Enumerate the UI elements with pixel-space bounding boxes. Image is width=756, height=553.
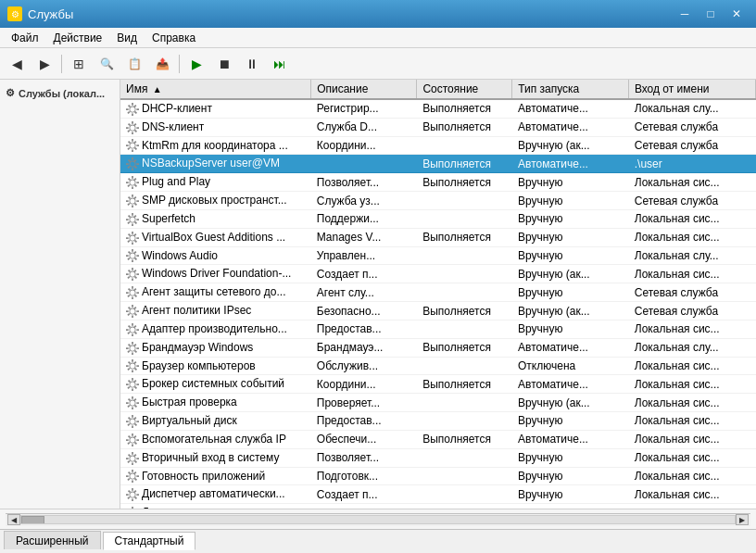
col-login[interactable]: Вход от имени xyxy=(628,80,755,99)
service-icon xyxy=(126,378,139,391)
service-login-cell: Локальная слу... xyxy=(629,100,756,118)
table-row[interactable]: VirtualBox Guest Additions ...Manages V.… xyxy=(120,228,756,246)
service-desc-cell: Проверяет... xyxy=(311,394,417,412)
col-status[interactable]: Состояние xyxy=(417,80,512,99)
service-name-cell: Быстрая проверка xyxy=(120,394,311,412)
tab-standard[interactable]: Стандартный xyxy=(103,532,196,550)
service-startup-cell: Автоматиче... xyxy=(512,100,629,118)
sort-arrow: ▲ xyxy=(153,84,162,94)
table-row[interactable]: Брокер системных событийКоордини...Выпол… xyxy=(120,375,756,394)
scroll-right-arrow[interactable]: ▶ xyxy=(736,514,749,525)
start-service-button[interactable]: ▶ xyxy=(183,52,209,76)
service-startup-cell: Вручную xyxy=(512,412,629,431)
service-name-text: NSBackupServer user@VM xyxy=(142,157,280,170)
service-desc-cell: Предостав... xyxy=(311,320,417,338)
service-desc-cell: Manages V... xyxy=(311,228,417,246)
view-button[interactable]: ⊞ xyxy=(66,52,92,76)
service-name-text: Вторичный вход в систему xyxy=(142,451,279,464)
service-startup-cell: Отключена xyxy=(512,357,629,375)
table-row[interactable]: Диспетчер локальных сеа...Основная ...Вы… xyxy=(120,504,756,509)
table-row[interactable]: Агент политики IPsecБезопасно...Выполняе… xyxy=(120,302,756,320)
left-panel-title: ⚙ Службы (локал... xyxy=(4,83,116,103)
service-login-cell: Локальная сис... xyxy=(629,467,756,485)
back-button[interactable]: ◀ xyxy=(4,52,30,76)
service-name-text: Брокер системных событий xyxy=(142,377,284,390)
service-name-cell: Агент защиты сетевого до... xyxy=(120,283,311,302)
table-row[interactable]: Вспомогательная служба IPОбеспечи...Выпо… xyxy=(120,430,756,448)
table-row[interactable]: Plug and PlayПозволяет...ВыполняетсяВруч… xyxy=(120,173,756,192)
table-row[interactable]: SMP дисковых пространст...Служба уз...Вр… xyxy=(120,192,756,210)
menu-help[interactable]: Справка xyxy=(145,28,203,47)
minimize-button[interactable]: ─ xyxy=(673,5,697,23)
scroll-left-arrow[interactable]: ◀ xyxy=(7,514,20,525)
service-name-cell: DHCP-клиент xyxy=(120,100,311,118)
forward-button[interactable]: ▶ xyxy=(32,52,57,76)
menu-action[interactable]: Действие xyxy=(46,28,110,47)
table-row[interactable]: KtmRm для координатора ...Координи...Вру… xyxy=(120,136,756,155)
services-scroll[interactable]: DHCP-клиентРегистрир...ВыполняетсяАвтома… xyxy=(120,100,756,509)
service-name-cell: Superfetch xyxy=(120,209,311,228)
col-desc[interactable]: Описание xyxy=(311,80,417,99)
service-desc-cell: Обеспечи... xyxy=(311,430,417,448)
service-login-cell: Локальная сис... xyxy=(629,430,756,448)
service-icon xyxy=(126,121,139,134)
service-desc-cell: Обслужив... xyxy=(311,357,417,375)
restart-service-button[interactable]: ⏭ xyxy=(267,52,293,76)
stop-service-button[interactable]: ⏹ xyxy=(211,52,237,76)
service-desc-cell: Управлен... xyxy=(311,246,417,265)
table-row[interactable]: Браузер компьютеровОбслужив...ОтключенаЛ… xyxy=(120,357,756,375)
table-row[interactable]: SuperfetchПоддержи...ВручнуюЛокальная си… xyxy=(120,209,756,228)
table-row[interactable]: Диспетчер автоматически...Создает п...Вр… xyxy=(120,485,756,504)
service-startup-cell: Вручную xyxy=(512,448,629,467)
col-name[interactable]: Имя ▲ xyxy=(120,80,311,99)
table-row[interactable]: DHCP-клиентРегистрир...ВыполняетсяАвтома… xyxy=(120,100,756,118)
table-row[interactable]: Виртуальный дискПредостав...ВручнуюЛокал… xyxy=(120,412,756,431)
service-name-cell: Plug and Play xyxy=(120,173,311,192)
maximize-button[interactable]: □ xyxy=(699,5,723,23)
service-desc-cell: Позволяет... xyxy=(311,173,417,192)
service-status-cell xyxy=(417,467,512,485)
service-icon xyxy=(126,434,139,446)
service-icon xyxy=(126,249,139,262)
properties-button[interactable]: 📋 xyxy=(121,52,147,76)
service-login-cell: Локальная слу... xyxy=(629,338,756,357)
horizontal-scrollbar[interactable]: ◀ ▶ xyxy=(6,513,750,526)
service-desc-cell: Служба уз... xyxy=(311,192,417,210)
service-startup-cell: Автоматиче... xyxy=(512,155,629,173)
service-login-cell: Локальная сис... xyxy=(629,375,756,394)
menu-view[interactable]: Вид xyxy=(109,28,145,47)
export-button[interactable]: 📤 xyxy=(149,52,175,76)
service-icon xyxy=(126,232,139,245)
table-row[interactable]: NSBackupServer user@VMВыполняетсяАвтомат… xyxy=(120,155,756,173)
pause-service-button[interactable]: ⏸ xyxy=(239,52,265,76)
service-name-text: Брандмауэр Windows xyxy=(142,341,253,354)
service-login-cell: Локальная сис... xyxy=(629,448,756,467)
search-button[interactable]: 🔍 xyxy=(94,52,120,76)
service-name-text: Агент политики IPsec xyxy=(142,304,251,317)
table-row[interactable]: Готовность приложенийПодготовк...Вручную… xyxy=(120,467,756,485)
table-row[interactable]: Вторичный вход в системуПозволяет...Вруч… xyxy=(120,448,756,467)
table-row[interactable]: Адаптер производительно...Предостав...Вр… xyxy=(120,320,756,338)
toolbar: ◀ ▶ ⊞ 🔍 📋 📤 ▶ ⏹ ⏸ ⏭ xyxy=(0,48,756,80)
col-startup[interactable]: Тип запуска xyxy=(512,80,629,99)
table-row[interactable]: Windows AudioУправлен...ВручнуюЛокальная… xyxy=(120,246,756,265)
menu-file[interactable]: Файл xyxy=(4,28,46,47)
service-startup-cell: Вручную xyxy=(512,283,629,302)
scroll-thumb[interactable] xyxy=(21,516,44,524)
table-row[interactable]: DNS-клиентСлужба D...ВыполняетсяАвтомати… xyxy=(120,118,756,136)
service-startup-cell: Вручную xyxy=(512,320,629,338)
tab-extended[interactable]: Расширенный xyxy=(4,531,101,549)
service-desc-cell xyxy=(311,155,417,173)
table-row[interactable]: Брандмауэр WindowsБрандмауэ...Выполняетс… xyxy=(120,338,756,357)
table-row[interactable]: Быстрая проверкаПроверяет...Вручную (ак.… xyxy=(120,394,756,412)
table-row[interactable]: Агент защиты сетевого до...Агент слу...В… xyxy=(120,283,756,302)
service-login-cell: Локальная слу... xyxy=(629,246,756,265)
service-name-cell: Адаптер производительно... xyxy=(120,320,311,338)
service-name-cell: Брандмауэр Windows xyxy=(120,338,311,357)
close-button[interactable]: ✕ xyxy=(724,5,749,23)
table-row[interactable]: Windows Driver Foundation-...Создает п..… xyxy=(120,265,756,283)
menu-bar: Файл Действие Вид Справка xyxy=(0,28,756,48)
service-status-cell: Выполняется xyxy=(417,302,512,320)
service-name-text: DHCP-клиент xyxy=(142,102,212,115)
service-status-cell xyxy=(417,192,512,210)
